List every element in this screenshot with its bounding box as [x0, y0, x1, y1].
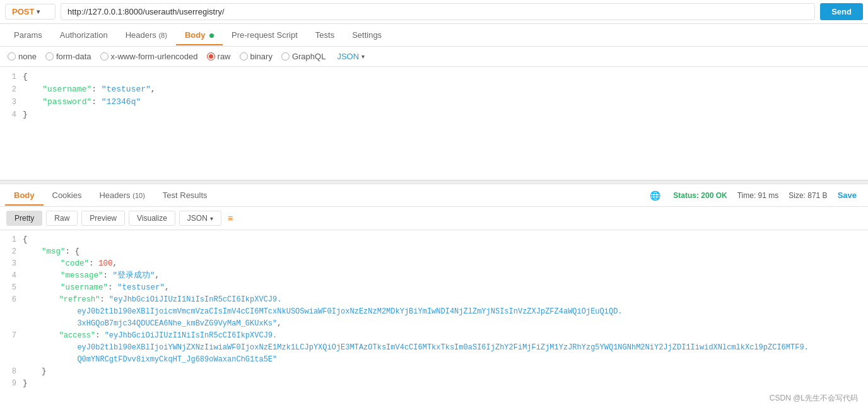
- tab-tests[interactable]: Tests: [307, 25, 343, 45]
- format-pretty-button[interactable]: Pretty: [6, 211, 42, 226]
- body-type-graphql[interactable]: GraphQL: [281, 52, 326, 61]
- resp-body-line-9: 9 }: [0, 378, 868, 390]
- response-json-dropdown[interactable]: JSON ▾: [179, 211, 221, 226]
- json-chevron-icon: ▾: [361, 53, 365, 60]
- save-response-button[interactable]: Save: [838, 190, 857, 200]
- method-chevron-icon: ▾: [37, 8, 40, 15]
- resp-body-line-7: 7 "access": "eyJhbGciOiJIUzI1NiIsInR5cCI…: [0, 330, 868, 342]
- resp-tab-body[interactable]: Body: [5, 185, 44, 205]
- response-tabs: Body Cookies Headers (10) Test Results 🌐…: [0, 184, 868, 207]
- resp-body-line-5: 5 "username": "testuser",: [0, 282, 868, 294]
- body-type-none[interactable]: none: [8, 52, 37, 61]
- format-preview-button[interactable]: Preview: [81, 211, 125, 226]
- tab-settings[interactable]: Settings: [343, 25, 390, 45]
- radio-none-icon: [8, 52, 16, 61]
- body-type-urlencoded[interactable]: x-www-form-urlencoded: [100, 52, 198, 61]
- format-visualize-button[interactable]: Visualize: [129, 211, 175, 226]
- req-line-4: 4 }: [0, 108, 868, 121]
- tab-authorization[interactable]: Authorization: [51, 25, 117, 45]
- resp-json-chevron-icon: ▾: [210, 215, 213, 222]
- body-type-binary[interactable]: binary: [240, 52, 273, 61]
- req-line-2: 2 "username": "testuser",: [0, 83, 868, 96]
- watermark: CSDN @L先生不会写代码: [770, 393, 858, 404]
- method-label: POST: [12, 7, 34, 16]
- resp-body-line-2: 2 "msg": {: [0, 246, 868, 258]
- url-input[interactable]: [61, 3, 815, 20]
- resp-headers-badge: (10): [132, 192, 145, 199]
- tab-headers[interactable]: Headers (8): [117, 25, 176, 45]
- resp-tab-test-results[interactable]: Test Results: [154, 185, 216, 205]
- size-text: Size: 871 B: [789, 191, 827, 200]
- radio-binary-icon: [240, 52, 248, 61]
- radio-graphql-icon: [281, 52, 290, 61]
- resp-tab-cookies[interactable]: Cookies: [44, 185, 91, 205]
- wrap-icon[interactable]: ≡: [228, 213, 233, 223]
- response-status-bar: 🌐 Status: 200 OK Time: 91 ms Size: 871 B…: [650, 190, 863, 201]
- response-body-editor: 1 { 2 "msg": { 3 "code": 100, 4 "message…: [0, 230, 868, 406]
- json-type-dropdown[interactable]: JSON ▾: [337, 52, 365, 61]
- resp-body-line-6c: 3xHGQoB7mjc34QDUCEA6Nhe_kmBvZG9VyMaM_GKU…: [0, 318, 868, 330]
- radio-form-data-icon: [45, 52, 54, 61]
- body-type-row: none form-data x-www-form-urlencoded raw…: [0, 47, 868, 67]
- body-type-raw[interactable]: raw: [207, 52, 231, 61]
- resp-body-line-4: 4 "message": "登录成功",: [0, 270, 868, 282]
- radio-urlencoded-icon: [100, 52, 108, 61]
- resp-body-line-7b: eyJ0b2tlbl90eXBlIjoiYWNjZXNzIiwiaWF0Ijox…: [0, 342, 868, 354]
- url-bar: POST ▾ Send: [0, 0, 868, 24]
- tab-params[interactable]: Params: [5, 25, 51, 45]
- resp-body-line-6b: eyJ0b2tlbl90eXBlIjoicmVmcmVzaCIsImV4cCI6…: [0, 306, 868, 318]
- resp-tab-headers[interactable]: Headers (10): [90, 185, 153, 205]
- globe-icon: 🌐: [650, 190, 660, 201]
- send-button[interactable]: Send: [820, 3, 863, 20]
- method-selector[interactable]: POST ▾: [5, 4, 56, 20]
- req-line-3: 3 "password": "12346q": [0, 96, 868, 108]
- req-line-1: 1 {: [0, 71, 868, 83]
- time-text: Time: 91 ms: [737, 191, 779, 200]
- body-dot-icon: [209, 33, 214, 38]
- radio-raw-icon: [207, 52, 215, 61]
- body-type-form-data[interactable]: form-data: [45, 52, 91, 61]
- tab-body[interactable]: Body: [176, 25, 223, 45]
- request-tabs: Params Authorization Headers (8) Body Pr…: [0, 24, 868, 47]
- headers-badge: (8): [158, 32, 167, 39]
- resp-body-line-8: 8 }: [0, 366, 868, 378]
- tab-pre-request[interactable]: Pre-request Script: [223, 25, 307, 45]
- resp-body-line-6: 6 "refresh": "eyJhbGciOiJIUzI1NiIsInR5cC…: [0, 294, 868, 306]
- resp-body-line-7c: Q0mYNRCgtFDvv8ixmyCkqHT_Jg689oWaxanChG1t…: [0, 354, 868, 366]
- request-body-editor[interactable]: 1 { 2 "username": "testuser", 3 "passwor…: [0, 67, 868, 180]
- resp-body-line-3: 3 "code": 100,: [0, 258, 868, 270]
- response-format-row: Pretty Raw Preview Visualize JSON ▾ ≡: [0, 207, 868, 230]
- format-raw-button[interactable]: Raw: [46, 211, 78, 226]
- status-text: Status: 200 OK: [673, 191, 727, 200]
- resp-body-line-1: 1 {: [0, 234, 868, 246]
